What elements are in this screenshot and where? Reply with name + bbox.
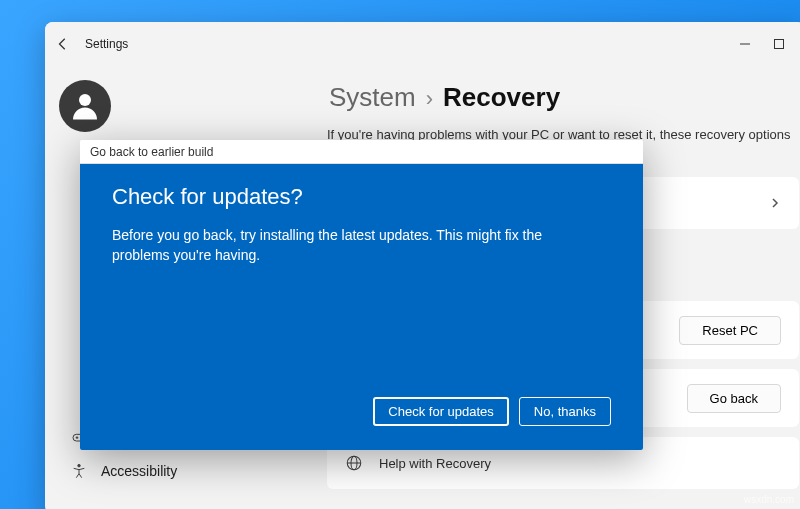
globe-icon <box>345 454 363 472</box>
dialog-title: Check for updates? <box>112 184 611 210</box>
dialog-text: Before you go back, try installing the l… <box>112 226 592 265</box>
breadcrumb-current: Recovery <box>443 82 560 113</box>
dialog-buttons: Check for updates No, thanks <box>112 397 611 430</box>
check-for-updates-button[interactable]: Check for updates <box>373 397 509 426</box>
titlebar: Settings <box>45 22 800 66</box>
user-icon <box>67 88 103 124</box>
go-back-dialog: Go back to earlier build Check for updat… <box>80 140 643 450</box>
accessibility-icon <box>71 463 87 479</box>
breadcrumb-parent[interactable]: System <box>329 82 416 113</box>
svg-rect-1 <box>775 40 784 49</box>
avatar[interactable] <box>59 80 111 132</box>
window-title: Settings <box>85 37 128 51</box>
help-label: Help with Recovery <box>379 456 491 471</box>
minimize-button[interactable] <box>739 38 751 50</box>
go-back-button[interactable]: Go back <box>687 384 781 413</box>
reset-pc-button[interactable]: Reset PC <box>679 316 781 345</box>
breadcrumb-separator: › <box>426 86 433 112</box>
svg-point-2 <box>79 94 91 106</box>
chevron-right-icon <box>769 197 781 209</box>
dialog-header: Go back to earlier build <box>80 140 643 164</box>
no-thanks-button[interactable]: No, thanks <box>519 397 611 426</box>
breadcrumb: System › Recovery <box>329 82 799 113</box>
dialog-body: Check for updates? Before you go back, t… <box>80 164 643 450</box>
sidebar-item-label: Accessibility <box>101 463 177 479</box>
sidebar-item-accessibility[interactable]: Accessibility <box>59 454 313 488</box>
back-button[interactable] <box>55 36 71 52</box>
maximize-button[interactable] <box>773 38 785 50</box>
svg-point-8 <box>78 464 81 467</box>
window-controls <box>739 38 795 50</box>
watermark: wsxdn.com <box>744 494 794 505</box>
